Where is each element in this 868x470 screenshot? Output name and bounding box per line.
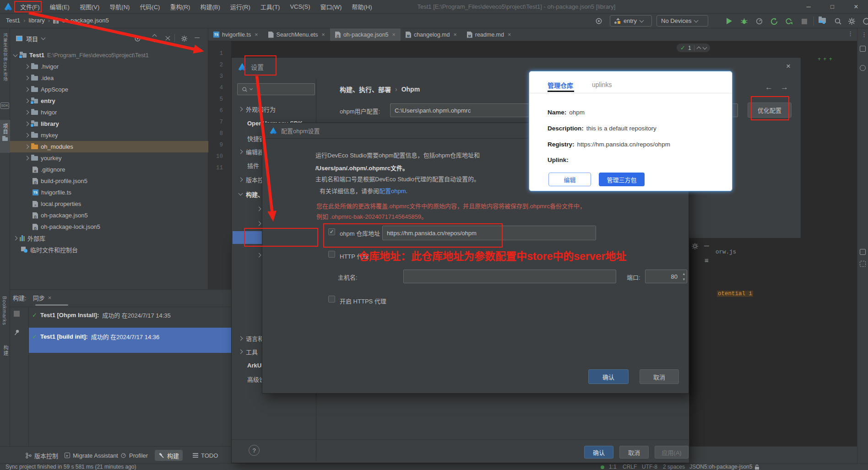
todo-button[interactable]: TODO bbox=[189, 450, 222, 461]
http-proxy-checkbox[interactable] bbox=[328, 251, 335, 258]
tree-row-external-libs[interactable]: 外部库 bbox=[10, 232, 208, 244]
chevron-down-icon[interactable] bbox=[702, 45, 707, 50]
minimize-button[interactable]: ─ bbox=[797, 0, 820, 14]
popup-tab-manage-repo[interactable]: 管理仓库 bbox=[548, 81, 573, 90]
tree-row-oh-package-lock[interactable]: {}oh-package-lock.json5 bbox=[10, 221, 208, 232]
tree-row-yourkey[interactable]: yourkey bbox=[10, 152, 208, 164]
tree-row-idea[interactable]: .idea bbox=[10, 72, 208, 84]
collapsed-icon[interactable] bbox=[25, 133, 29, 138]
chevron-down-icon[interactable] bbox=[41, 36, 46, 40]
device-tool-icon[interactable] bbox=[860, 249, 866, 255]
select-opened-file-icon[interactable] bbox=[134, 35, 141, 42]
indent-setting[interactable]: 2 spaces bbox=[663, 464, 685, 470]
stop-icon[interactable] bbox=[14, 311, 20, 317]
chevron-up-icon[interactable] bbox=[696, 46, 701, 51]
maximize-button[interactable]: □ bbox=[820, 0, 844, 14]
close-icon[interactable]: × bbox=[48, 294, 52, 301]
settings-item-plugins[interactable]: 插件 bbox=[247, 160, 259, 170]
debug-restart-button[interactable] bbox=[785, 17, 793, 26]
nav-back-icon[interactable]: ← bbox=[765, 83, 773, 92]
inspections-widget[interactable]: ✓ 1 bbox=[677, 43, 710, 52]
device-manager-icon[interactable] bbox=[819, 17, 826, 24]
debug-button[interactable] bbox=[740, 17, 748, 25]
collapsed-icon[interactable] bbox=[25, 122, 29, 126]
sync-button[interactable] bbox=[770, 17, 778, 26]
vcs-tool-button[interactable]: 版本控制 bbox=[22, 450, 62, 461]
panel-gear-icon[interactable] bbox=[181, 35, 188, 42]
breadcrumb-file[interactable]: oh-package.json5 bbox=[62, 17, 109, 24]
collapsed-icon[interactable] bbox=[25, 156, 29, 161]
expanded-icon[interactable] bbox=[13, 53, 18, 57]
tree-row-scratches[interactable]: 临时文件和控制台 bbox=[10, 244, 208, 255]
expand-all-icon[interactable] bbox=[153, 35, 156, 42]
tree-row-gitignore[interactable]: ⊘.gitignore bbox=[10, 164, 208, 175]
file-encoding[interactable]: UTF-8 bbox=[642, 464, 657, 470]
tree-row-oh-package[interactable]: {}oh-package.json5 bbox=[10, 210, 208, 221]
port-stepper[interactable]: ▴▾ bbox=[683, 271, 685, 282]
build-tool-tab[interactable]: 构建 bbox=[2, 345, 9, 356]
collapsed-icon[interactable] bbox=[13, 236, 18, 241]
tree-row-hvigorfile[interactable]: TShvigorfile.ts bbox=[10, 187, 208, 198]
pin-icon[interactable] bbox=[13, 329, 20, 336]
settings-search-input[interactable] bbox=[237, 83, 315, 95]
close-icon[interactable]: × bbox=[786, 62, 791, 71]
bookmarks-tool-tab[interactable]: Bookmarks bbox=[2, 296, 7, 325]
close-icon[interactable]: × bbox=[392, 32, 396, 38]
settings-gear-icon[interactable] bbox=[848, 17, 856, 25]
ohpm-ok-button[interactable]: 确认 bbox=[588, 369, 629, 384]
collapsed-icon[interactable] bbox=[25, 65, 29, 69]
popup-edit-button[interactable]: 编辑 bbox=[548, 173, 591, 186]
optimize-config-button[interactable]: 优化配置 bbox=[748, 103, 792, 118]
search-everywhere-icon[interactable] bbox=[834, 17, 842, 25]
tab-readme[interactable]: M readme.md× bbox=[462, 28, 516, 41]
gallery-tool-icon[interactable] bbox=[860, 261, 866, 267]
breadcrumb-module[interactable]: library bbox=[28, 17, 44, 24]
tree-row-hvigor-dir[interactable]: .hvigor bbox=[10, 61, 208, 72]
repo-url-field[interactable]: https://hm.pansida.cn/repos/ohpm bbox=[382, 226, 596, 240]
help-button[interactable]: ? bbox=[249, 445, 260, 456]
file-type[interactable]: JSON5:oh-package-json5 bbox=[689, 464, 752, 470]
sdk-market-tab[interactable]: 鸿蒙生态伙伴SDK市场 bbox=[2, 33, 8, 82]
tree-row-mykey[interactable]: mykey bbox=[10, 130, 208, 141]
collapsed-icon[interactable] bbox=[25, 87, 29, 92]
stop-button[interactable] bbox=[802, 19, 807, 24]
collapsed-icon[interactable] bbox=[25, 110, 29, 115]
build-item-ohpm-install[interactable]: ✓ Test1 [Ohpm Install]: 成功的 在2024/7/17 1… bbox=[32, 311, 171, 319]
close-icon[interactable]: × bbox=[508, 32, 511, 38]
tab-searchmenu[interactable]: SearchMenu.ets× bbox=[263, 28, 330, 41]
collapsed-icon[interactable] bbox=[25, 145, 29, 149]
close-button[interactable]: × bbox=[844, 0, 868, 14]
tab-changelog[interactable]: M changelog.md× bbox=[401, 28, 462, 41]
project-tool-tab[interactable]: 项目 bbox=[0, 120, 10, 153]
settings-cancel-button[interactable]: 取消 bbox=[619, 446, 649, 459]
popup-tab-uplinks[interactable]: uplinks bbox=[592, 81, 612, 88]
close-icon[interactable]: × bbox=[453, 32, 456, 38]
port-field[interactable]: 80 ▴▾ bbox=[645, 270, 687, 283]
profile-icon[interactable] bbox=[863, 17, 868, 25]
caret-position[interactable]: 1:1 bbox=[609, 464, 617, 470]
tree-row-entry[interactable]: entry bbox=[10, 95, 208, 107]
repo-checkbox-checked[interactable]: ✓ bbox=[328, 228, 335, 235]
menu-help[interactable]: 帮助(H) bbox=[347, 2, 377, 11]
tree-row-project-root[interactable]: Test1 E:\Program_Files\deveco5\project\T… bbox=[10, 49, 208, 61]
configure-ohpm-link[interactable]: 配置ohpm bbox=[379, 188, 406, 194]
build-item-build-init[interactable]: ✓ Test1 [build init]: 成功的 在2024/7/17 14:… bbox=[32, 332, 159, 341]
collapsed-icon[interactable] bbox=[25, 76, 29, 81]
menu-code[interactable]: 代码(C) bbox=[135, 2, 165, 11]
locate-icon[interactable] bbox=[595, 17, 602, 25]
tree-row-local-properties[interactable]: ≡local.properties bbox=[10, 198, 208, 210]
collapsed-icon[interactable] bbox=[25, 99, 29, 103]
menu-run[interactable]: 运行(R) bbox=[225, 2, 255, 11]
menu-tools[interactable]: 工具(T) bbox=[255, 2, 285, 11]
assistant-icon[interactable] bbox=[860, 65, 866, 71]
tree-row-oh-modules[interactable]: oh_modules bbox=[10, 141, 208, 152]
run-button[interactable] bbox=[727, 18, 732, 24]
tab-oh-package[interactable]: {} oh-package.json5× bbox=[330, 28, 401, 41]
collapse-all-icon[interactable] bbox=[166, 35, 169, 42]
profiler-button[interactable] bbox=[755, 17, 763, 25]
ohpm-cancel-button[interactable]: 取消 bbox=[640, 369, 679, 384]
migrate-assistant-button[interactable]: ▸ Migrate Assistant bbox=[61, 450, 122, 461]
settings-item-tools[interactable]: 工具 bbox=[239, 346, 258, 357]
hide-panel-icon[interactable]: ─ bbox=[195, 33, 200, 41]
menu-file[interactable]: 文件(F) bbox=[15, 2, 45, 11]
